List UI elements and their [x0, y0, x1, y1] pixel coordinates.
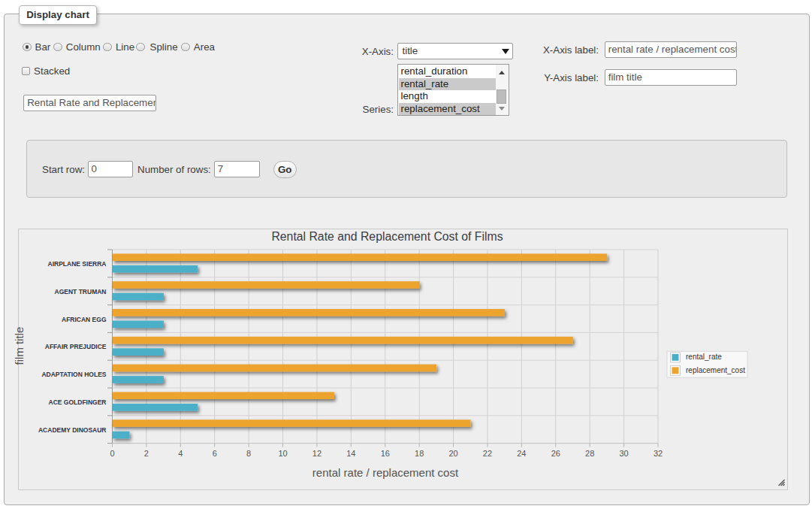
svg-text:24: 24	[517, 449, 526, 458]
svg-text:16: 16	[381, 449, 390, 458]
svg-text:18: 18	[415, 449, 424, 458]
svg-text:rental rate / replacement cost: rental rate / replacement cost	[312, 466, 459, 479]
svg-text:26: 26	[551, 449, 560, 458]
svg-text:30: 30	[619, 449, 628, 458]
svg-text:AIRPLANE SIERRA: AIRPLANE SIERRA	[48, 260, 107, 268]
svg-text:0: 0	[110, 449, 114, 458]
svg-text:22: 22	[483, 449, 492, 458]
svg-text:14: 14	[346, 449, 355, 458]
svg-text:6: 6	[213, 449, 217, 458]
svg-text:ACADEMY DINOSAUR: ACADEMY DINOSAUR	[38, 426, 107, 434]
svg-text:2: 2	[144, 449, 149, 458]
svg-text:20: 20	[448, 449, 457, 458]
svg-text:replacement_cost: replacement_cost	[686, 366, 745, 374]
svg-text:AFFAIR PREJUDICE: AFFAIR PREJUDICE	[45, 343, 107, 350]
svg-text:28: 28	[585, 449, 594, 458]
svg-text:10: 10	[278, 449, 287, 458]
svg-text:ADAPTATION HOLES: ADAPTATION HOLES	[41, 371, 106, 378]
svg-text:ACE GOLDFINGER: ACE GOLDFINGER	[49, 398, 107, 406]
svg-text:AFRICAN EGG: AFRICAN EGG	[62, 316, 107, 323]
svg-text:4: 4	[178, 449, 183, 458]
svg-text:8: 8	[246, 449, 251, 458]
svg-text:rental_rate: rental_rate	[686, 353, 722, 361]
svg-text:12: 12	[312, 449, 321, 458]
svg-text:AGENT TRUMAN: AGENT TRUMAN	[55, 288, 107, 295]
svg-text:Rental Rate and Replacement Co: Rental Rate and Replacement Cost of Film…	[271, 230, 503, 243]
svg-text:film title: film title	[13, 327, 26, 365]
svg-text:32: 32	[654, 449, 663, 458]
